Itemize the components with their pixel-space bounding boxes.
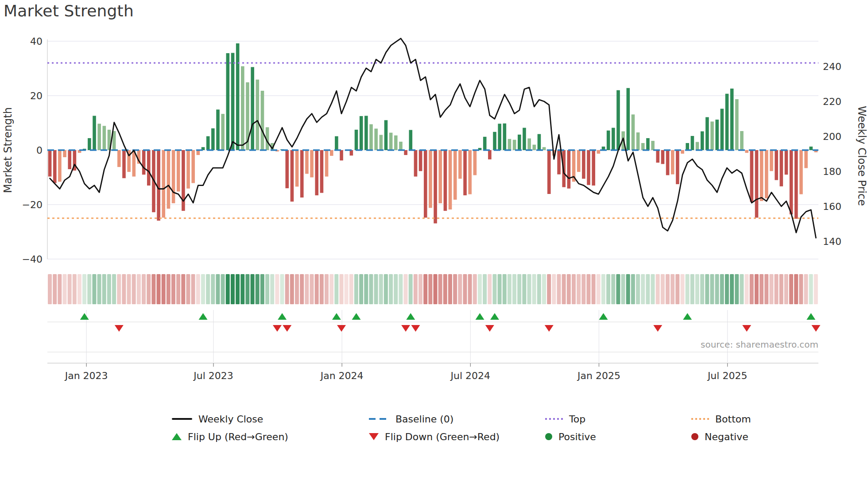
flip-up-marker bbox=[683, 313, 692, 320]
strength-bar bbox=[429, 150, 432, 208]
heatmap-cell bbox=[661, 274, 665, 304]
heatmap-cell bbox=[438, 274, 442, 304]
flip-down-marker bbox=[742, 325, 751, 332]
legend-label: Weekly Close bbox=[198, 414, 263, 425]
heatmap-cell bbox=[547, 274, 551, 304]
strength-bar bbox=[216, 109, 220, 150]
heatmap-cell bbox=[448, 274, 452, 304]
heatmap-cell bbox=[473, 274, 477, 304]
heatmap-cell bbox=[320, 274, 324, 304]
strength-bar bbox=[419, 150, 422, 171]
flip-down-marker bbox=[811, 325, 820, 332]
bottom-dotted-swatch bbox=[691, 418, 709, 420]
heatmap-cell bbox=[147, 274, 151, 304]
strength-bar bbox=[513, 140, 516, 150]
heatmap-cell bbox=[809, 274, 813, 304]
heatmap-cell bbox=[542, 274, 546, 304]
y-tick-label: −40 bbox=[22, 254, 43, 265]
strength-bar bbox=[527, 139, 531, 150]
heatmap-cell bbox=[517, 274, 521, 304]
flip-up-marker bbox=[80, 313, 89, 320]
x-tick-label: Jan 2024 bbox=[320, 370, 364, 381]
strength-bar bbox=[285, 150, 289, 188]
heatmap-cell bbox=[315, 274, 319, 304]
legend-label: Positive bbox=[558, 431, 596, 442]
strength-bar bbox=[48, 150, 52, 177]
heatmap-cell bbox=[527, 274, 531, 304]
heatmap-cell bbox=[48, 274, 52, 304]
heatmap-cell bbox=[167, 274, 170, 304]
heatmap-cell bbox=[78, 274, 81, 304]
heatmap-cell bbox=[646, 274, 650, 304]
strength-bar bbox=[241, 66, 244, 150]
strength-bar bbox=[740, 131, 744, 150]
strength-bar bbox=[691, 136, 694, 150]
strength-bar bbox=[157, 150, 160, 221]
strength-bar bbox=[676, 150, 679, 184]
strength-bar bbox=[632, 114, 635, 150]
flip-up-marker bbox=[599, 313, 608, 320]
heatmap-cell bbox=[597, 274, 601, 304]
strength-bar bbox=[770, 150, 773, 171]
strength-bar bbox=[715, 120, 719, 150]
flip-down-marker bbox=[115, 325, 124, 332]
strength-bar bbox=[804, 150, 808, 168]
heatmap-cell bbox=[745, 274, 749, 304]
heatmap-cell bbox=[522, 274, 526, 304]
strength-bar bbox=[374, 128, 378, 150]
strength-bar bbox=[785, 150, 788, 174]
strength-bar bbox=[508, 139, 512, 150]
legend-row-2: Flip Up (Red→Green) Flip Down (Green→Red… bbox=[172, 428, 801, 445]
heatmap-cell bbox=[681, 274, 685, 304]
heatmap-cell bbox=[265, 274, 269, 304]
strength-bar bbox=[765, 150, 768, 198]
heatmap-cell bbox=[334, 274, 338, 304]
strength-bar bbox=[369, 124, 373, 150]
flip-up-marker bbox=[352, 313, 361, 320]
heatmap-cell bbox=[240, 274, 244, 304]
heatmap-cell bbox=[740, 274, 744, 304]
strength-bar bbox=[434, 150, 437, 223]
strength-bar bbox=[58, 150, 62, 182]
heatmap-cell bbox=[814, 274, 818, 304]
strength-bar bbox=[335, 136, 338, 150]
heatmap-cell bbox=[675, 274, 679, 304]
strength-bar bbox=[162, 150, 165, 218]
strength-bar bbox=[651, 141, 655, 150]
heatmap-cell bbox=[369, 274, 373, 304]
x-tick-label: Jul 2025 bbox=[707, 370, 748, 381]
strength-bar bbox=[705, 117, 709, 150]
flip-down-marker bbox=[273, 325, 282, 332]
legend: Weekly Close Baseline (0) Top Bottom Fli… bbox=[172, 410, 801, 445]
heatmap-cell bbox=[784, 274, 788, 304]
heatmap-cell bbox=[463, 274, 467, 304]
legend-label: Top bbox=[569, 414, 585, 425]
heatmap-cell bbox=[226, 274, 230, 304]
flip-up-marker bbox=[332, 313, 341, 320]
strength-bar bbox=[725, 94, 729, 150]
heatmap-cell bbox=[82, 274, 86, 304]
heatmap-cell bbox=[157, 274, 161, 304]
y-tick-label: 20 bbox=[30, 90, 43, 101]
heatmap-cell bbox=[641, 274, 645, 304]
flip-markers-panel bbox=[47, 310, 820, 362]
strength-bar bbox=[592, 150, 595, 186]
heatmap-cell bbox=[686, 274, 690, 304]
left-axis-title: Market Strength bbox=[2, 107, 14, 193]
strength-bar bbox=[122, 150, 126, 178]
strength-bar bbox=[364, 116, 368, 150]
heatmap-cell bbox=[606, 274, 610, 304]
heatmap-cell bbox=[616, 274, 620, 304]
flip-down-marker bbox=[337, 325, 346, 332]
heatmap-cell bbox=[142, 274, 146, 304]
strength-bar bbox=[790, 150, 793, 214]
heatmap-cell bbox=[458, 274, 462, 304]
heatmap-cell bbox=[769, 274, 773, 304]
strength-bar bbox=[191, 150, 195, 183]
legend-label: Flip Down (Green→Red) bbox=[385, 431, 500, 442]
strength-bars bbox=[48, 43, 818, 224]
strength-bar bbox=[671, 150, 674, 174]
chart-page: Market Strength Jan 2023Jul 2023Jan 2024… bbox=[0, 0, 868, 488]
heatmap-cell bbox=[285, 274, 289, 304]
heatmap-cell bbox=[532, 274, 536, 304]
